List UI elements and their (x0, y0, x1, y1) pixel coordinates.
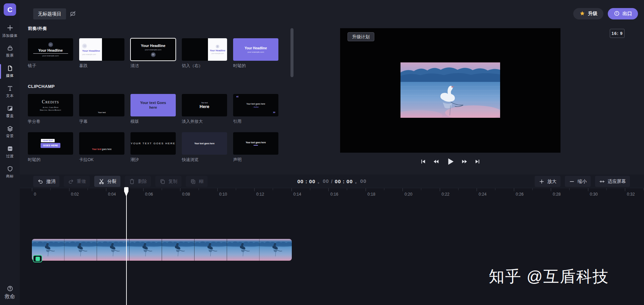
ruler-label: 0:30 (590, 192, 598, 197)
paste-button[interactable]: 糊 (186, 176, 208, 187)
template-card-trendy2[interactable]: YOUR TEXT GOES HERE 时髦的 (28, 132, 73, 163)
skip-start-button[interactable] (420, 159, 426, 164)
timeline-ruler[interactable]: 00:020:040:060:080:100:120:140:160:180:2… (20, 188, 644, 198)
playhead-handle[interactable] (124, 187, 129, 198)
timeline-area: 00:020:040:060:080:100:120:140:160:180:2… (20, 188, 644, 305)
playhead-line (126, 188, 127, 305)
template-row-clipchamp-2: YOUR TEXT GOES HERE 时髦的 Your text goes h… (28, 132, 278, 163)
card-label: 卡拉OK (79, 157, 124, 163)
sidebar-item-label: 过渡 (6, 154, 14, 159)
ruler-label: 0:02 (71, 192, 79, 197)
export-icon (614, 10, 620, 17)
card-label: 引用 (233, 119, 278, 124)
card-headline: Your Headline (38, 48, 63, 52)
card-badge: GOES HERE (41, 143, 60, 148)
ruler-tick (217, 188, 218, 191)
undo-button[interactable]: 撤消 (33, 176, 59, 187)
zoom-in-button[interactable]: 放大 (535, 176, 560, 187)
delete-button[interactable]: 删除 (125, 176, 151, 187)
card-url: your-example.com (248, 51, 264, 53)
ruler-tick (180, 188, 180, 191)
avatar-icon (151, 52, 156, 57)
template-card-karaoke[interactable]: Your text goes here 卡拉OK (79, 132, 124, 163)
ruler-label: 0:28 (553, 192, 560, 197)
zoom-out-button[interactable]: 缩小 (565, 176, 591, 187)
card-url: your-example.com (42, 55, 59, 57)
card-label: 模版 (130, 119, 176, 124)
sidebar-item-background[interactable]: 背景 (0, 122, 20, 142)
sidebar-item-help[interactable]: 救命 (0, 284, 20, 302)
card-text: Your text (201, 102, 208, 104)
fit-screen-button[interactable]: 适应屏幕 (595, 176, 630, 187)
rewind-button[interactable] (433, 158, 439, 165)
minus-icon (569, 179, 575, 185)
ruler-tick-minor (273, 188, 273, 190)
template-card-quick-view[interactable]: Your text goes here 快速浏览 (182, 132, 227, 163)
card-label: 暴跌 (79, 63, 124, 69)
card-url: your-example.com (82, 53, 96, 55)
sidebar-item-label: 背景 (6, 134, 14, 139)
ruler-label: 0:12 (256, 192, 264, 197)
plus-icon (6, 24, 14, 32)
ruler-tick-minor (643, 188, 644, 190)
ruler-tick (551, 188, 551, 191)
split-label: 分裂 (107, 179, 116, 185)
play-button[interactable] (446, 157, 455, 166)
card-text: Here (200, 104, 209, 109)
sidebar-item-add-media[interactable]: 添加媒体 (0, 21, 20, 41)
sidebar-item-label: 救命 (5, 293, 15, 300)
preview-canvas[interactable]: 升级计划 (340, 28, 560, 153)
sidebar-item-stock[interactable]: 股票 (0, 41, 20, 61)
ruler-label: 0:06 (145, 192, 153, 197)
fast-forward-button[interactable] (462, 158, 468, 165)
template-card-slump[interactable]: Your Headline your-example.com 暴跌 (79, 38, 124, 69)
template-card-cutin-right[interactable]: Your Headline your-example.com 切入（右） (182, 38, 227, 69)
clip-color-badge[interactable] (33, 255, 42, 262)
template-card-subtitle[interactable]: Your text 字幕 (79, 94, 124, 124)
card-author: - Author (253, 106, 259, 108)
export-button[interactable]: 出口 (608, 8, 638, 19)
ruler-label: 0:32 (627, 192, 635, 197)
sidebar-item-transition[interactable]: 过渡 (0, 142, 20, 162)
video-clip[interactable] (32, 239, 292, 261)
timecode-separator: / (331, 179, 333, 184)
timeline-toolbar: 撤消 重做 分裂 删除 复制 糊 00 : (20, 174, 644, 188)
copy-button[interactable]: 复制 (155, 176, 181, 187)
template-card-credits[interactable]: Credits Actor : James Bond Director : Ke… (28, 94, 73, 124)
template-card-clean[interactable]: Your Headline your-example.com 清洁 (130, 38, 176, 69)
split-button[interactable]: 分裂 (94, 176, 120, 187)
templates-scrollbar[interactable] (290, 28, 293, 77)
redo-button[interactable]: 重做 (64, 176, 90, 187)
card-title: Credits (42, 99, 59, 105)
sidebar-item-overlay[interactable]: 覆盖 (0, 102, 20, 122)
ruler-label: 0:20 (405, 192, 412, 197)
template-card-tide[interactable]: YOUR TEXT GOES HERE 潮汐 (130, 132, 176, 163)
card-line: Director : Kelvin-Bennett (40, 109, 61, 111)
card-label: 切入（右） (182, 63, 227, 69)
upgrade-plan-badge[interactable]: 升级计划 (347, 32, 374, 41)
sidebar-item-text[interactable]: 文本 (0, 82, 20, 102)
timecode-total-frac: 。00 (355, 178, 367, 185)
copy-label: 复制 (168, 179, 177, 185)
timecode-current: 00 : 00 (298, 179, 316, 184)
sidebar-item-media[interactable]: 媒体 (0, 61, 20, 82)
template-card-statement[interactable]: Your text goes here 声明 (233, 132, 278, 163)
timecode-display: 00 : 00。00 / 00 : 00。00 (298, 174, 367, 188)
ruler-tick (106, 188, 106, 191)
fit-arrows-icon (599, 179, 605, 185)
project-title-input[interactable]: 无标题项目 (33, 8, 66, 19)
template-card-quote[interactable]: “ Your text goes here - Author ” 引用 (233, 94, 278, 124)
skip-end-button[interactable] (475, 159, 480, 164)
ruler-tick (69, 188, 69, 191)
shield-icon (7, 165, 13, 172)
template-card-trendy[interactable]: Your Headline your-example.com 时髦的 (233, 38, 278, 69)
app-logo[interactable]: C (4, 3, 16, 16)
template-card-template[interactable]: Your text Goes here 模版 (130, 94, 176, 124)
sidebar-item-brand[interactable]: 商标 (0, 162, 20, 182)
template-card-mirror[interactable]: Your Headline your-example.com 镜子 (28, 38, 73, 69)
template-card-fade-zoom[interactable]: Your text Here 淡入并放大 (182, 94, 227, 124)
avatar-icon (216, 45, 219, 48)
upgrade-button[interactable]: 升级 (573, 8, 603, 19)
sidebar-item-label: 覆盖 (6, 113, 14, 118)
preview-video-frame[interactable] (400, 62, 500, 118)
